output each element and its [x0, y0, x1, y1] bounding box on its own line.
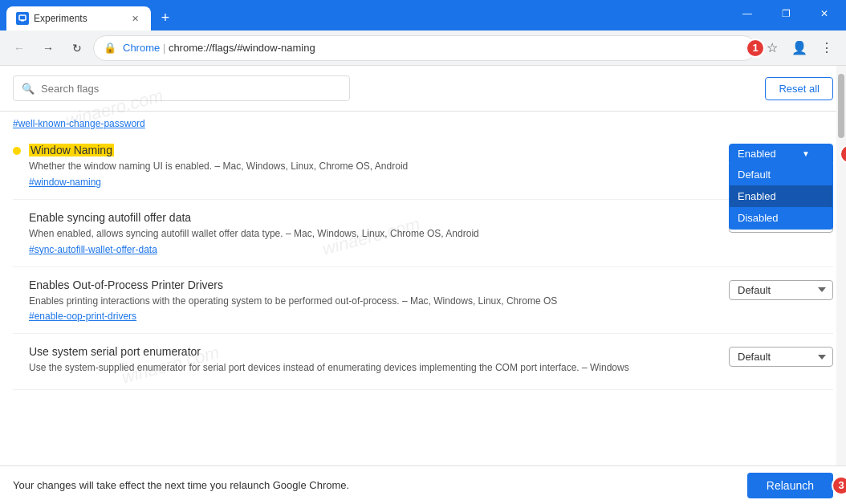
close-button[interactable]: ✕ — [806, 2, 843, 25]
option-disabled[interactable]: Disabled — [730, 207, 832, 229]
back-button[interactable]: ← — [6, 35, 32, 61]
flag-info-3: Enables Out-of-Process Printer Drivers E… — [13, 278, 716, 323]
titlebar-left: Experiments ✕ + — [0, 0, 177, 30]
flag-desc-1: Whether the window naming UI is enabled.… — [29, 160, 716, 173]
flag-info-1: Window Naming Whether the window naming … — [29, 144, 716, 188]
refresh-button[interactable]: ↻ — [64, 35, 90, 61]
flag1-dropdown-menu: Default Enabled Disabled — [729, 164, 833, 230]
tab-favicon — [16, 12, 29, 25]
option-default[interactable]: Default — [730, 164, 832, 185]
bottom-bar: Your changes will take effect the next t… — [0, 465, 846, 504]
back-icon: ← — [14, 42, 25, 55]
flag-item-serial-port: Use system serial port enumerator Use th… — [13, 334, 833, 390]
minimize-button[interactable]: — — [729, 2, 766, 25]
flag1-dropdown-button[interactable]: Enabled ▼ — [729, 144, 833, 164]
flag-item-sync-autofill: Enable syncing autofill offer data When … — [13, 200, 833, 267]
flag-control-1[interactable]: Enabled ▼ Default Enabled Disabled 2 — [729, 144, 833, 164]
scrollbar[interactable] — [836, 66, 846, 465]
forward-button[interactable]: → — [35, 35, 61, 61]
url-text: Chrome | chrome://flags/#window-naming — [123, 42, 746, 54]
flags-list: #well-known-change-password Window Namin… — [0, 112, 846, 465]
url-separator: | — [163, 42, 169, 54]
titlebar: Experiments ✕ + — ❐ ✕ — [0, 0, 846, 30]
addressbar: ← → ↻ 🔒 Chrome | chrome://flags/#window-… — [0, 30, 846, 66]
flag4-select[interactable]: Default Enabled Disabled — [729, 347, 833, 367]
window-controls: — ❐ ✕ — [729, 0, 846, 30]
flag-name-3: Enables Out-of-Process Printer Drivers — [29, 278, 716, 291]
flag-anchor-3[interactable]: #enable-oop-print-drivers — [29, 311, 716, 322]
flag-name-2: Enable syncing autofill offer data — [29, 211, 716, 224]
bookmark-icon: ☆ — [767, 40, 778, 55]
search-icon: 🔍 — [22, 83, 35, 95]
annotation-1: 1 — [746, 39, 765, 58]
flag-item-window-naming: Window Naming Whether the window naming … — [13, 132, 833, 200]
flag-control-3[interactable]: Default Enabled Disabled — [729, 280, 833, 300]
svg-rect-1 — [21, 20, 24, 22]
new-tab-button[interactable]: + — [154, 6, 177, 29]
flag-name-1: Window Naming — [29, 144, 716, 156]
above-link[interactable]: #well-known-change-password — [13, 112, 833, 132]
chevron-down-icon: ▼ — [802, 149, 810, 158]
flag-anchor-2[interactable]: #sync-autofill-wallet-offer-data — [29, 244, 716, 255]
flag-item-print-drivers: Enables Out-of-Process Printer Drivers E… — [13, 267, 833, 335]
flag-info-2: Enable syncing autofill offer data When … — [13, 211, 716, 255]
secure-icon: 🔒 — [104, 42, 116, 54]
relaunch-button[interactable]: Relaunch — [747, 473, 833, 498]
flag1-selected-value: Enabled — [738, 148, 776, 160]
flags-header: 🔍 Reset all — [0, 66, 846, 112]
forward-icon: → — [43, 42, 54, 55]
annotation-3: 3 — [832, 476, 846, 495]
flag-desc-4: Use the system-supplied enumerator for s… — [29, 361, 716, 375]
url-path: chrome://flags/#window-naming — [169, 42, 315, 54]
profile-icon: 👤 — [791, 40, 807, 55]
search-input[interactable] — [41, 83, 341, 95]
menu-icon: ⋮ — [820, 40, 833, 55]
tab-title: Experiments — [34, 13, 124, 24]
flag-desc-2: When enabled, allows syncing autofill wa… — [29, 227, 716, 241]
restore-button[interactable]: ❐ — [767, 2, 804, 25]
bottom-text: Your changes will take effect the next t… — [13, 479, 738, 491]
chrome-label: Chrome — [123, 42, 160, 54]
flag3-select[interactable]: Default Enabled Disabled — [729, 280, 833, 300]
option-enabled[interactable]: Enabled — [730, 185, 832, 207]
tab-close-button[interactable]: ✕ — [128, 12, 141, 25]
svg-rect-0 — [19, 15, 26, 20]
flag-name-4: Use system serial port enumerator — [29, 345, 716, 358]
reset-all-button[interactable]: Reset all — [765, 77, 833, 100]
page-content: winaero.com winaero.com winaero.com 🔍 Re… — [0, 66, 846, 465]
addressbar-actions: ☆ 👤 ⋮ — [759, 35, 840, 61]
flag-anchor-1[interactable]: #window-naming — [29, 177, 716, 188]
active-tab[interactable]: Experiments ✕ — [6, 6, 151, 30]
search-box[interactable]: 🔍 — [13, 75, 350, 101]
refresh-icon: ↻ — [72, 42, 82, 55]
menu-button[interactable]: ⋮ — [814, 35, 840, 61]
url-bar[interactable]: 🔒 Chrome | chrome://flags/#window-naming… — [93, 35, 756, 61]
flag-control-4[interactable]: Default Enabled Disabled — [729, 347, 833, 367]
scrollbar-thumb[interactable] — [838, 74, 844, 138]
profile-button[interactable]: 👤 — [787, 35, 812, 61]
flag-info-4: Use system serial port enumerator Use th… — [13, 345, 716, 378]
tab-strip: Experiments ✕ + — [0, 0, 177, 30]
flag-desc-3: Enables printing interactions with the o… — [29, 295, 716, 308]
flag-dot-1 — [13, 147, 21, 155]
